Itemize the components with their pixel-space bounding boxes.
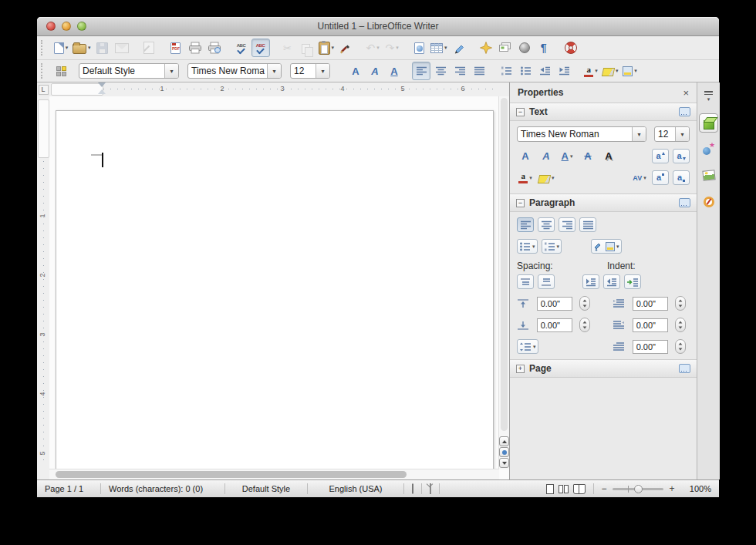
book-view-button[interactable] xyxy=(573,484,586,494)
font-color-button[interactable]: a xyxy=(582,62,600,80)
selection-mode-status[interactable] xyxy=(404,484,421,493)
align-center-button[interactable] xyxy=(538,217,555,232)
align-right-button[interactable] xyxy=(451,62,469,80)
below-paragraph-spacing-field[interactable]: 0.00" xyxy=(537,318,572,332)
close-icon[interactable]: × xyxy=(683,88,689,98)
chevron-down-icon[interactable]: ▾ xyxy=(267,64,281,78)
single-page-view-button[interactable] xyxy=(546,484,554,494)
zoom-slider-handle[interactable] xyxy=(634,485,643,493)
underline-button[interactable]: A xyxy=(559,149,575,163)
more-options-icon[interactable] xyxy=(679,107,690,116)
before-text-indent-field[interactable]: 0.00" xyxy=(633,297,668,311)
align-left-button[interactable] xyxy=(412,62,430,80)
align-left-button[interactable] xyxy=(517,217,534,232)
tab-navigator[interactable] xyxy=(699,192,718,211)
font-size-combo[interactable]: 12▾ xyxy=(290,63,330,79)
bold-button[interactable]: A xyxy=(346,62,365,80)
next-page-button[interactable] xyxy=(499,458,509,468)
new-document-button[interactable] xyxy=(52,39,70,57)
numbered-list-button[interactable] xyxy=(497,62,515,80)
superscript-button[interactable]: a xyxy=(652,170,669,185)
strikethrough-button[interactable]: A xyxy=(579,149,596,163)
italic-button[interactable]: A xyxy=(538,149,555,163)
first-line-indent-field[interactable]: 0.00" xyxy=(633,340,668,354)
undo-button[interactable]: ↶ xyxy=(363,39,382,57)
save-button[interactable] xyxy=(93,39,112,57)
more-options-icon[interactable] xyxy=(679,198,690,207)
character-spacing-button[interactable]: AV xyxy=(631,170,648,185)
align-center-button[interactable] xyxy=(431,62,450,80)
above-spacing-stepper[interactable] xyxy=(579,296,590,311)
title-bar[interactable]: Untitled 1 – LibreOffice Writer xyxy=(37,17,719,36)
language-status[interactable]: English (USA) xyxy=(308,484,403,493)
collapse-icon[interactable]: − xyxy=(516,199,525,207)
help-button[interactable] xyxy=(562,39,580,57)
auto-spellcheck-button[interactable]: ABC xyxy=(251,39,270,57)
formatting-marks-button[interactable]: ¶ xyxy=(535,39,553,57)
toolbar-drag-handle[interactable] xyxy=(41,63,48,79)
multi-page-view-button[interactable] xyxy=(559,485,569,493)
font-color-button[interactable]: a xyxy=(517,170,534,185)
chevron-down-icon[interactable]: ▾ xyxy=(164,64,178,78)
sidebar-font-name-combo[interactable]: Times New Roman▾ xyxy=(517,126,646,142)
paragraph-section-header[interactable]: − Paragraph xyxy=(510,193,697,212)
chevron-down-icon[interactable]: ▾ xyxy=(675,127,689,141)
vertical-scrollbar[interactable] xyxy=(498,96,509,469)
sidebar-toggle-button[interactable] xyxy=(52,62,70,80)
page-section-header[interactable]: + Page xyxy=(510,359,697,378)
increase-indent-button[interactable] xyxy=(555,62,573,80)
zoom-level-status[interactable]: 100% xyxy=(682,484,719,493)
bulleted-list-button[interactable] xyxy=(516,62,535,80)
print-preview-button[interactable] xyxy=(205,39,224,57)
subscript-button[interactable]: a xyxy=(673,170,690,185)
below-spacing-stepper[interactable] xyxy=(579,318,590,332)
insert-table-button[interactable] xyxy=(429,39,449,57)
more-options-icon[interactable] xyxy=(679,364,690,373)
increase-font-size-button[interactable]: a xyxy=(652,149,669,163)
horizontal-scrollbar[interactable] xyxy=(49,469,499,479)
scrollbar-thumb[interactable] xyxy=(501,98,508,431)
cut-button[interactable]: ✂ xyxy=(278,39,297,57)
above-paragraph-spacing-field[interactable]: 0.00" xyxy=(537,297,572,311)
sidebar-settings-button[interactable] xyxy=(699,87,718,106)
expand-icon[interactable]: + xyxy=(516,365,525,373)
collapse-icon[interactable]: − xyxy=(516,108,525,116)
gallery-button[interactable] xyxy=(496,39,515,57)
text-section-header[interactable]: − Text xyxy=(510,103,697,121)
edit-file-button[interactable] xyxy=(140,39,158,57)
after-indent-stepper[interactable] xyxy=(675,318,686,332)
chevron-down-icon[interactable]: ▾ xyxy=(632,127,646,141)
previous-page-button[interactable] xyxy=(499,436,509,446)
export-pdf-button[interactable]: PDF xyxy=(167,39,185,57)
before-indent-stepper[interactable] xyxy=(675,296,686,311)
spelling-button[interactable]: ABC xyxy=(232,39,251,57)
chevron-down-icon[interactable]: ▾ xyxy=(316,64,329,78)
copy-button[interactable] xyxy=(298,39,316,57)
horizontal-ruler[interactable]: 1 2 3 4 5 6 xyxy=(49,82,509,97)
print-button[interactable] xyxy=(186,39,204,57)
redo-button[interactable]: ↷ xyxy=(383,39,401,57)
navigation-button[interactable] xyxy=(499,447,509,457)
background-color-button[interactable] xyxy=(621,62,640,80)
first-line-stepper[interactable] xyxy=(675,339,686,354)
indent-marker[interactable] xyxy=(98,82,106,95)
bold-button[interactable]: A xyxy=(517,149,534,163)
tab-styles[interactable] xyxy=(699,140,718,159)
scrollbar-thumb[interactable] xyxy=(56,471,407,478)
open-button[interactable] xyxy=(71,39,93,57)
switch-indent-button[interactable] xyxy=(624,274,641,289)
underline-button[interactable]: A xyxy=(385,62,403,80)
justify-button[interactable] xyxy=(470,62,488,80)
draw-functions-button[interactable] xyxy=(450,39,468,57)
justify-button[interactable] xyxy=(579,217,596,232)
decrease-font-size-button[interactable]: a xyxy=(673,149,690,163)
shadow-button[interactable]: A xyxy=(600,149,617,163)
decrease-indent-button[interactable] xyxy=(535,62,554,80)
decrease-indent-button[interactable] xyxy=(603,274,620,289)
page-style-status[interactable]: Default Style xyxy=(225,484,307,493)
zoom-in-button[interactable]: + xyxy=(668,483,676,494)
tab-properties[interactable] xyxy=(699,113,718,133)
after-text-indent-field[interactable]: 0.00" xyxy=(633,318,668,332)
zoom-out-button[interactable]: − xyxy=(600,483,608,494)
paragraph-style-combo[interactable]: Default Style▾ xyxy=(79,63,179,79)
